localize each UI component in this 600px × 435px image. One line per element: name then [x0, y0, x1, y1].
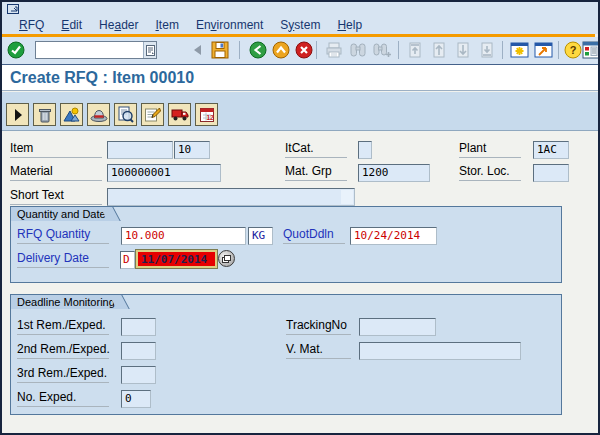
standard-toolbar: ?	[2, 37, 598, 64]
item-label: Item	[10, 141, 102, 158]
cancel-button[interactable]	[294, 40, 314, 60]
date-category-field[interactable]: D	[120, 251, 135, 269]
back-icon	[249, 41, 267, 59]
quotddln-field[interactable]: 10/24/2014	[350, 227, 437, 245]
customize-layout-icon	[582, 41, 600, 59]
rem1-field[interactable]	[121, 318, 156, 336]
command-field[interactable]	[36, 42, 143, 58]
material-image-icon	[63, 107, 80, 123]
find-button[interactable]	[348, 40, 368, 60]
rem3-label: 3rd Rem./Exped.	[17, 366, 109, 383]
header-details-button[interactable]	[87, 103, 110, 126]
create-shortcut-button[interactable]	[533, 40, 553, 60]
hat-icon	[90, 107, 108, 123]
vmat-label: V. Mat.	[286, 342, 351, 359]
itcat-label: ItCat.	[285, 141, 347, 158]
window-menu-icon[interactable]	[7, 4, 22, 15]
menu-rfq[interactable]: RFQ	[19, 18, 44, 32]
item-details-button[interactable]	[114, 103, 137, 126]
rem3-field[interactable]	[121, 366, 156, 384]
material-button[interactable]	[60, 103, 83, 126]
find-next-icon	[373, 41, 391, 59]
help-button[interactable]: ?	[563, 40, 583, 60]
customize-layout-button[interactable]	[581, 40, 600, 60]
matgrp-field[interactable]: 1200	[358, 164, 430, 182]
command-history-icon	[146, 45, 155, 56]
help-icon: ?	[564, 41, 582, 59]
command-field-wrap	[35, 41, 157, 59]
delivery-schedule-button[interactable]: 12	[195, 103, 218, 126]
application-toolbar: 12	[2, 92, 598, 131]
trash-icon	[37, 107, 53, 123]
trackingno-field[interactable]	[359, 318, 436, 336]
menu-environment[interactable]: Environment	[196, 18, 263, 32]
shorttext-field[interactable]	[107, 188, 355, 206]
shorttext-scroll-tail	[341, 190, 353, 204]
truck-icon	[171, 107, 189, 122]
next-page-icon	[454, 41, 472, 59]
find-next-button[interactable]	[372, 40, 392, 60]
next-item-button[interactable]	[6, 103, 29, 126]
plant-field[interactable]: 1AC	[533, 141, 569, 159]
rem2-label: 2nd Rem./Exped.	[17, 342, 109, 359]
save-button[interactable]	[210, 40, 230, 60]
delivery-address-button[interactable]	[168, 103, 191, 126]
material-label: Material	[10, 164, 102, 181]
print-button[interactable]	[324, 40, 344, 60]
svg-text:?: ?	[570, 44, 577, 56]
menu-edit[interactable]: Edit	[61, 18, 82, 32]
menu-help[interactable]: Help	[337, 18, 362, 32]
unit-field[interactable]: KG	[248, 227, 273, 245]
window-top-strip	[2, 2, 598, 15]
shorttext-label: Short Text	[10, 188, 102, 205]
back-button[interactable]	[248, 40, 268, 60]
last-page-button[interactable]	[477, 40, 497, 60]
rfq-quantity-field[interactable]: 10.000	[121, 227, 246, 245]
rem2-field[interactable]	[121, 342, 156, 360]
exit-button[interactable]	[271, 40, 291, 60]
print-icon	[325, 41, 343, 59]
menu-header[interactable]: Header	[99, 18, 138, 32]
rem1-label: 1st Rem./Exped.	[17, 318, 109, 335]
last-page-icon	[478, 41, 496, 59]
delivery-date-label: Delivery Date	[17, 251, 109, 268]
date-picker-button[interactable]	[218, 250, 235, 267]
enter-button[interactable]	[6, 40, 26, 60]
delivery-date-field[interactable]: 11/07/2014	[136, 250, 217, 268]
rfq-quantity-label: RFQ Quantity	[17, 227, 109, 244]
storloc-field[interactable]	[533, 164, 569, 182]
itcat-field[interactable]	[358, 141, 372, 159]
no-exped-field[interactable]: 0	[121, 390, 151, 408]
create-shortcut-icon	[534, 41, 553, 59]
item-text-button[interactable]	[141, 103, 164, 126]
item-number-field[interactable]: 10	[174, 141, 210, 159]
menu-item[interactable]: Item	[156, 18, 179, 32]
new-session-icon	[510, 41, 529, 59]
hide-command-field-button[interactable]	[194, 45, 201, 55]
enter-icon	[7, 41, 25, 59]
menu-system[interactable]: System	[280, 18, 320, 32]
calendar-icon: 12	[199, 107, 215, 123]
command-history-button[interactable]	[143, 42, 156, 58]
previous-page-icon	[430, 41, 448, 59]
previous-page-button[interactable]	[429, 40, 449, 60]
next-page-button[interactable]	[453, 40, 473, 60]
rfq-number-field[interactable]	[107, 141, 173, 159]
deadline-monitoring-group-title: Deadline Monitoring	[10, 294, 120, 309]
pencil-note-icon	[144, 106, 161, 123]
vmat-field[interactable]	[359, 342, 521, 360]
deadline-monitoring-group: Deadline Monitoring 1st Rem./Exped. Trac…	[10, 294, 562, 415]
find-icon	[349, 41, 367, 59]
quantity-date-group-title: Quantity and Date	[10, 206, 111, 221]
new-session-button[interactable]	[509, 40, 529, 60]
material-field[interactable]: 100000001	[107, 164, 221, 182]
cancel-icon	[295, 41, 313, 59]
delete-button[interactable]	[33, 103, 56, 126]
plant-label: Plant	[459, 141, 521, 158]
title-bar: Create RFQ : Item 00010	[2, 64, 598, 91]
first-page-button[interactable]	[405, 40, 425, 60]
matgrp-label: Mat. Grp	[285, 164, 347, 181]
value-help-icon	[222, 255, 231, 263]
first-page-icon	[406, 41, 424, 59]
save-icon	[211, 41, 229, 59]
